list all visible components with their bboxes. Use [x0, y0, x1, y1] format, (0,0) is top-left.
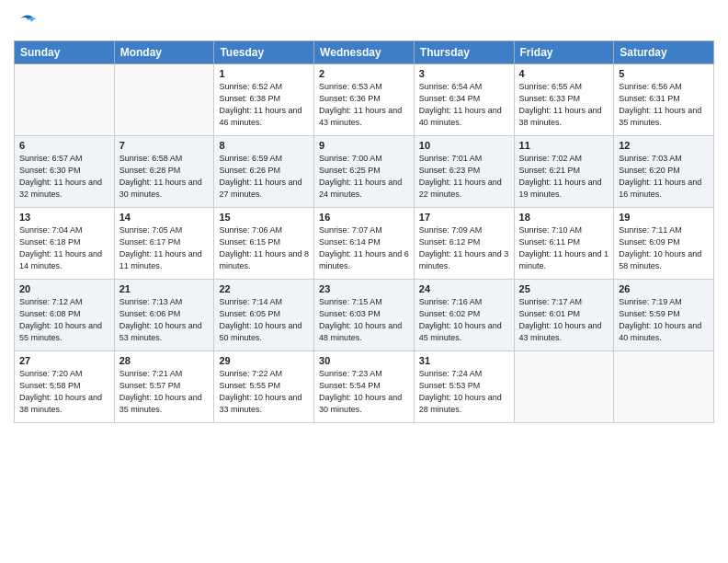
calendar-day-11: 11Sunrise: 7:02 AMSunset: 6:21 PMDayligh… — [514, 136, 614, 208]
day-info: Sunrise: 7:02 AMSunset: 6:21 PMDaylight:… — [519, 153, 609, 201]
calendar-day-27: 27Sunrise: 7:20 AMSunset: 5:58 PMDayligh… — [15, 351, 115, 423]
day-header-friday: Friday — [514, 41, 614, 64]
logo-icon — [14, 9, 40, 35]
day-info: Sunrise: 7:10 AMSunset: 6:11 PMDaylight:… — [519, 224, 609, 272]
day-info: Sunrise: 6:52 AMSunset: 6:38 PMDaylight:… — [219, 81, 309, 129]
day-info: Sunrise: 7:24 AMSunset: 5:53 PMDaylight:… — [419, 368, 509, 416]
calendar-header-row: SundayMondayTuesdayWednesdayThursdayFrid… — [15, 41, 714, 64]
day-info: Sunrise: 7:13 AMSunset: 6:06 PMDaylight:… — [119, 296, 210, 344]
day-number: 20 — [19, 283, 109, 294]
calendar-day-30: 30Sunrise: 7:23 AMSunset: 5:54 PMDayligh… — [314, 351, 415, 423]
day-number: 8 — [219, 140, 309, 151]
calendar-day-28: 28Sunrise: 7:21 AMSunset: 5:57 PMDayligh… — [114, 351, 214, 423]
page-header — [14, 9, 714, 35]
day-info: Sunrise: 6:56 AMSunset: 6:31 PMDaylight:… — [619, 81, 709, 129]
calendar-day-7: 7Sunrise: 6:58 AMSunset: 6:28 PMDaylight… — [114, 136, 214, 208]
calendar-day-2: 2Sunrise: 6:53 AMSunset: 6:36 PMDaylight… — [314, 64, 415, 136]
calendar-day-24: 24Sunrise: 7:16 AMSunset: 6:02 PMDayligh… — [414, 280, 514, 351]
day-info: Sunrise: 7:22 AMSunset: 5:55 PMDaylight:… — [219, 368, 309, 416]
day-info: Sunrise: 7:15 AMSunset: 6:03 PMDaylight:… — [319, 296, 409, 344]
calendar-day-6: 6Sunrise: 6:57 AMSunset: 6:30 PMDaylight… — [15, 136, 115, 208]
day-number: 24 — [419, 283, 509, 294]
day-info: Sunrise: 6:53 AMSunset: 6:36 PMDaylight:… — [319, 81, 409, 129]
day-info: Sunrise: 7:03 AMSunset: 6:20 PMDaylight:… — [619, 153, 709, 201]
day-number: 30 — [319, 355, 409, 366]
day-number: 16 — [319, 212, 409, 223]
day-info: Sunrise: 7:21 AMSunset: 5:57 PMDaylight:… — [119, 368, 210, 416]
day-number: 17 — [419, 212, 509, 223]
day-number: 13 — [19, 212, 109, 223]
day-info: Sunrise: 7:04 AMSunset: 6:18 PMDaylight:… — [19, 224, 109, 272]
day-info: Sunrise: 7:07 AMSunset: 6:14 PMDaylight:… — [319, 224, 409, 272]
day-info: Sunrise: 7:00 AMSunset: 6:25 PMDaylight:… — [319, 153, 409, 201]
calendar-day-empty — [114, 64, 214, 136]
day-number: 29 — [219, 355, 309, 366]
calendar-week-5: 27Sunrise: 7:20 AMSunset: 5:58 PMDayligh… — [15, 351, 714, 423]
calendar-day-13: 13Sunrise: 7:04 AMSunset: 6:18 PMDayligh… — [15, 208, 115, 280]
day-info: Sunrise: 7:16 AMSunset: 6:02 PMDaylight:… — [419, 296, 509, 344]
day-number: 2 — [319, 68, 409, 79]
day-header-sunday: Sunday — [15, 41, 115, 64]
day-number: 9 — [319, 140, 409, 151]
calendar-day-20: 20Sunrise: 7:12 AMSunset: 6:08 PMDayligh… — [15, 280, 115, 351]
day-number: 21 — [119, 283, 210, 294]
day-info: Sunrise: 7:01 AMSunset: 6:23 PMDaylight:… — [419, 153, 509, 201]
day-header-tuesday: Tuesday — [214, 41, 314, 64]
calendar-day-19: 19Sunrise: 7:11 AMSunset: 6:09 PMDayligh… — [614, 208, 714, 280]
day-info: Sunrise: 6:57 AMSunset: 6:30 PMDaylight:… — [19, 153, 109, 201]
day-number: 23 — [319, 283, 409, 294]
calendar-day-8: 8Sunrise: 6:59 AMSunset: 6:26 PMDaylight… — [214, 136, 314, 208]
calendar-week-1: 1Sunrise: 6:52 AMSunset: 6:38 PMDaylight… — [15, 64, 714, 136]
day-info: Sunrise: 7:23 AMSunset: 5:54 PMDaylight:… — [319, 368, 409, 416]
svg-rect-0 — [14, 9, 40, 35]
calendar-day-4: 4Sunrise: 6:55 AMSunset: 6:33 PMDaylight… — [514, 64, 614, 136]
day-number: 7 — [119, 140, 210, 151]
day-number: 22 — [219, 283, 309, 294]
calendar-day-9: 9Sunrise: 7:00 AMSunset: 6:25 PMDaylight… — [314, 136, 415, 208]
calendar-day-21: 21Sunrise: 7:13 AMSunset: 6:06 PMDayligh… — [114, 280, 214, 351]
calendar-week-2: 6Sunrise: 6:57 AMSunset: 6:30 PMDaylight… — [15, 136, 714, 208]
calendar-table: SundayMondayTuesdayWednesdayThursdayFrid… — [14, 40, 714, 423]
day-number: 10 — [419, 140, 509, 151]
calendar-day-empty — [614, 351, 714, 423]
calendar-day-10: 10Sunrise: 7:01 AMSunset: 6:23 PMDayligh… — [414, 136, 514, 208]
day-header-monday: Monday — [114, 41, 214, 64]
day-info: Sunrise: 6:59 AMSunset: 6:26 PMDaylight:… — [219, 153, 309, 201]
day-number: 18 — [519, 212, 609, 223]
day-number: 3 — [419, 68, 509, 79]
calendar-day-12: 12Sunrise: 7:03 AMSunset: 6:20 PMDayligh… — [614, 136, 714, 208]
calendar-day-1: 1Sunrise: 6:52 AMSunset: 6:38 PMDaylight… — [214, 64, 314, 136]
day-info: Sunrise: 7:17 AMSunset: 6:01 PMDaylight:… — [519, 296, 609, 344]
day-number: 1 — [219, 68, 309, 79]
day-number: 19 — [619, 212, 709, 223]
day-number: 12 — [619, 140, 709, 151]
day-info: Sunrise: 7:06 AMSunset: 6:15 PMDaylight:… — [219, 224, 309, 272]
day-number: 5 — [619, 68, 709, 79]
day-info: Sunrise: 7:19 AMSunset: 5:59 PMDaylight:… — [619, 296, 709, 344]
calendar-day-22: 22Sunrise: 7:14 AMSunset: 6:05 PMDayligh… — [214, 280, 314, 351]
day-number: 25 — [519, 283, 609, 294]
day-number: 26 — [619, 283, 709, 294]
calendar-day-15: 15Sunrise: 7:06 AMSunset: 6:15 PMDayligh… — [214, 208, 314, 280]
day-info: Sunrise: 6:54 AMSunset: 6:34 PMDaylight:… — [419, 81, 509, 129]
day-info: Sunrise: 7:12 AMSunset: 6:08 PMDaylight:… — [19, 296, 109, 344]
calendar-day-3: 3Sunrise: 6:54 AMSunset: 6:34 PMDaylight… — [414, 64, 514, 136]
day-number: 27 — [19, 355, 109, 366]
calendar-day-25: 25Sunrise: 7:17 AMSunset: 6:01 PMDayligh… — [514, 280, 614, 351]
day-number: 11 — [519, 140, 609, 151]
day-header-thursday: Thursday — [414, 41, 514, 64]
day-info: Sunrise: 6:58 AMSunset: 6:28 PMDaylight:… — [119, 153, 210, 201]
calendar-day-17: 17Sunrise: 7:09 AMSunset: 6:12 PMDayligh… — [414, 208, 514, 280]
day-header-saturday: Saturday — [614, 41, 714, 64]
day-info: Sunrise: 7:05 AMSunset: 6:17 PMDaylight:… — [119, 224, 210, 272]
day-number: 4 — [519, 68, 609, 79]
day-number: 15 — [219, 212, 309, 223]
calendar-day-23: 23Sunrise: 7:15 AMSunset: 6:03 PMDayligh… — [314, 280, 415, 351]
calendar-day-18: 18Sunrise: 7:10 AMSunset: 6:11 PMDayligh… — [514, 208, 614, 280]
calendar-day-26: 26Sunrise: 7:19 AMSunset: 5:59 PMDayligh… — [614, 280, 714, 351]
calendar-day-14: 14Sunrise: 7:05 AMSunset: 6:17 PMDayligh… — [114, 208, 214, 280]
day-number: 31 — [419, 355, 509, 366]
calendar-day-29: 29Sunrise: 7:22 AMSunset: 5:55 PMDayligh… — [214, 351, 314, 423]
day-header-wednesday: Wednesday — [314, 41, 415, 64]
calendar-day-empty — [15, 64, 115, 136]
